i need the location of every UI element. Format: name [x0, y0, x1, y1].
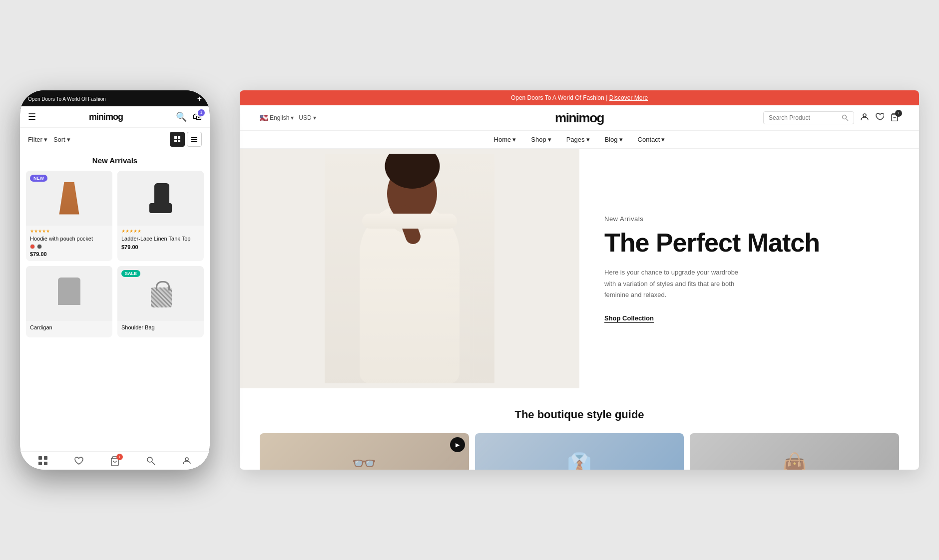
list-view-button[interactable] — [187, 132, 202, 147]
phone-section-title: New Arrivals — [26, 156, 204, 165]
hero-title: The Perfect Match — [604, 229, 894, 257]
phone-cart-badge: 1 — [198, 109, 205, 116]
list-item[interactable]: NEW ★★★★★ Hoodie with pouch pocket $79.0… — [26, 171, 112, 261]
product-stars-2: ★★★★★ — [121, 229, 200, 234]
bottom-nav-wishlist[interactable] — [74, 456, 84, 466]
bag-product-shape — [148, 280, 173, 307]
list-item[interactable]: SALE Shoulder Bag — [117, 266, 204, 337]
product-image-3 — [26, 266, 112, 321]
phone-banner-text: Open Doors To A World Of Fashion — [28, 96, 106, 102]
account-icon-button[interactable] — [860, 112, 869, 124]
color-dots-1 — [30, 244, 108, 249]
bottom-nav-grid[interactable] — [38, 456, 48, 466]
boutique-grid: 👓 ▶ ⊞ 👔 👜 — [260, 433, 899, 470]
svg-rect-1 — [178, 136, 180, 139]
phone-plus-icon[interactable]: + — [197, 94, 202, 103]
blog-chevron: ▾ — [619, 136, 623, 143]
bottom-cart-badge: 1 — [116, 454, 123, 460]
header-right: 1 — [763, 111, 899, 124]
bottom-nav-account[interactable] — [182, 456, 192, 466]
product-price-2: $79.00 — [121, 244, 200, 250]
desktop-logo: minimog — [555, 110, 604, 126]
flag-icon: 🇺🇸 — [260, 114, 268, 122]
desktop-nav: Home▾ Shop▾ Pages▾ Blog▾ Contact▾ — [240, 131, 919, 149]
color-dot-red — [30, 244, 35, 249]
phone-screen: ☰ minimog 🔍 🛍 1 Filter ▾ Sort ▾ — [20, 106, 210, 470]
svg-line-16 — [846, 119, 848, 121]
product-name-1: Hoodie with pouch pocket — [30, 235, 108, 242]
boutique-icon-2: 👔 — [475, 433, 684, 470]
phone-cart-wrap[interactable]: 🛍 1 — [193, 112, 202, 122]
boutique-icon-1: 👓 — [260, 433, 469, 470]
top-banner: Open Doors To A World Of Fashion | Disco… — [240, 90, 919, 105]
svg-rect-6 — [191, 141, 197, 142]
product-badge-sale: SALE — [121, 270, 140, 277]
boutique-card-1[interactable]: 👓 ▶ ⊞ — [260, 433, 469, 470]
sort-button[interactable]: Sort ▾ — [53, 136, 70, 143]
phone-search-icon[interactable]: 🔍 — [176, 111, 187, 122]
boot-product-shape — [147, 183, 174, 213]
svg-rect-7 — [38, 456, 42, 460]
hero-woman-figure — [325, 154, 494, 383]
product-badge-new: NEW — [30, 175, 47, 182]
home-chevron: ▾ — [512, 136, 516, 143]
phone-view-buttons — [170, 132, 202, 147]
grid-view-button[interactable] — [170, 132, 185, 147]
phone-header: ☰ minimog 🔍 🛍 1 — [20, 106, 210, 128]
bottom-nav-search[interactable] — [146, 456, 156, 466]
nav-pages[interactable]: Pages▾ — [566, 136, 590, 143]
nav-contact[interactable]: Contact▾ — [638, 136, 665, 143]
skirt-product-shape — [57, 182, 82, 215]
cart-icon-button[interactable]: 1 — [890, 112, 899, 124]
search-box[interactable] — [763, 111, 854, 124]
svg-rect-0 — [174, 136, 177, 139]
shoulder-shape — [362, 214, 457, 229]
banner-discover-link[interactable]: Discover More — [609, 94, 648, 101]
cardigan-product-shape — [55, 278, 83, 310]
hero-text-area: New Arrivals The Perfect Match Here is y… — [579, 149, 919, 388]
list-item[interactable]: Cardigan — [26, 266, 112, 337]
svg-rect-5 — [191, 139, 197, 140]
svg-rect-2 — [174, 140, 177, 142]
boutique-section: The boutique style guide 👓 ▶ ⊞ 👔 👜 — [240, 388, 919, 470]
product-image-1: NEW — [26, 171, 112, 226]
bottom-nav-cart[interactable]: 1 — [110, 456, 120, 466]
hamburger-icon[interactable]: ☰ — [28, 111, 36, 122]
hero-image — [240, 149, 579, 388]
wishlist-icon-button[interactable] — [875, 112, 884, 124]
nav-home[interactable]: Home▾ — [494, 136, 516, 143]
product-name-2: Ladder-Lace Linen Tank Top — [121, 235, 200, 242]
shop-collection-button[interactable]: Shop Collection — [604, 314, 654, 322]
list-item[interactable]: ★★★★★ Ladder-Lace Linen Tank Top $79.00 — [117, 171, 204, 261]
product-image-4: SALE — [117, 266, 204, 321]
play-button-1[interactable]: ▶ — [450, 437, 465, 452]
language-button[interactable]: 🇺🇸 English ▾ — [260, 114, 294, 122]
product-name-4: Shoulder Bag — [121, 324, 200, 331]
currency-button[interactable]: USD ▾ — [299, 114, 316, 121]
currency-chevron: ▾ — [313, 114, 316, 121]
boutique-card-2[interactable]: 👔 — [475, 433, 684, 470]
nav-blog[interactable]: Blog▾ — [605, 136, 623, 143]
phone-header-icons: 🔍 🛍 1 — [176, 111, 202, 122]
product-stars-1: ★★★★★ — [30, 229, 108, 234]
phone-filter-left: Filter ▾ Sort ▾ — [28, 136, 70, 143]
boutique-title: The boutique style guide — [260, 408, 899, 421]
search-input[interactable] — [769, 114, 839, 121]
header-left: 🇺🇸 English ▾ USD ▾ — [260, 114, 316, 122]
desktop-header: 🇺🇸 English ▾ USD ▾ minimog — [240, 105, 919, 131]
svg-point-17 — [863, 114, 866, 117]
phone-browser-bar: Open Doors To A World Of Fashion + — [20, 90, 210, 106]
desktop-main: New Arrivals The Perfect Match Here is y… — [240, 149, 919, 470]
svg-rect-10 — [44, 462, 47, 465]
phone-logo: minimog — [89, 112, 123, 122]
boutique-icon-3: 👜 — [690, 433, 899, 470]
phone-filter-bar: Filter ▾ Sort ▾ — [20, 128, 210, 151]
product-info-1: ★★★★★ Hoodie with pouch pocket $79.00 — [26, 226, 112, 261]
product-info-3: Cardigan — [26, 321, 112, 337]
filter-button[interactable]: Filter ▾ — [28, 136, 47, 143]
contact-chevron: ▾ — [661, 136, 665, 143]
boutique-card-3[interactable]: 👜 — [690, 433, 899, 470]
nav-shop[interactable]: Shop▾ — [531, 136, 551, 143]
svg-rect-8 — [44, 456, 47, 460]
svg-rect-9 — [38, 462, 42, 465]
